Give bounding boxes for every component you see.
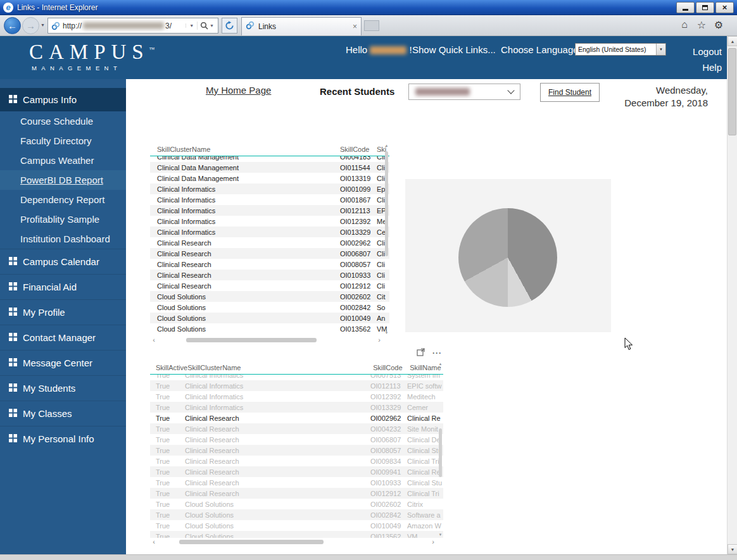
maximize-button[interactable] — [696, 2, 714, 13]
scroll-right-icon[interactable]: › — [429, 538, 437, 546]
sidebar-subitem[interactable]: Dependency Report — [0, 190, 126, 209]
vertical-scrollbar[interactable]: ▲ ▼ — [438, 362, 443, 537]
table-row[interactable]: Clinical Informatics OI012392 Me — [150, 216, 389, 227]
show-quick-links-link[interactable]: Show Quick Links... — [412, 44, 496, 55]
browser-tab-links[interactable]: Links × — [241, 17, 362, 35]
scroll-down-icon[interactable]: ▼ — [438, 533, 443, 537]
table-row[interactable]: True Cloud Solutions OI002602 Citrix — [150, 499, 443, 509]
tools-gear-icon[interactable]: ⚙ — [713, 19, 724, 31]
horizontal-scrollbar[interactable]: ‹ › — [150, 336, 383, 344]
scroll-right-icon[interactable]: › — [375, 336, 383, 344]
table-row[interactable]: True Clinical Research OI009941 Clinical… — [150, 466, 443, 477]
search-control[interactable]: ▼ — [197, 22, 217, 30]
table-header-row[interactable]: SkillActive SkillClusterName SkillCode S… — [150, 361, 443, 375]
table-header-row[interactable]: SkillClusterName SkillCode Ski — [150, 142, 389, 156]
column-header[interactable]: SkillActive — [150, 364, 187, 371]
sidebar-item-campus-info[interactable]: Campus Info — [0, 88, 126, 111]
sidebar-item[interactable]: My Students — [0, 375, 126, 401]
pie-chart[interactable] — [458, 208, 557, 307]
scrollbar-thumb[interactable] — [728, 48, 736, 135]
table-row[interactable]: True Clinical Research OI004232 Site Mon… — [150, 423, 443, 434]
table-row[interactable]: True Clinical Informatics OI012392 Medit… — [150, 391, 443, 402]
column-header[interactable]: SkillCode — [373, 364, 410, 371]
pie-chart-panel[interactable] — [405, 179, 611, 332]
scroll-left-icon[interactable]: ‹ — [150, 538, 158, 546]
favorites-star-icon[interactable]: ☆ — [696, 19, 707, 31]
recent-pages-chevron-icon[interactable]: ▼ — [41, 23, 45, 27]
sidebar-subitem[interactable]: Course Schedule — [0, 111, 126, 131]
scroll-left-icon[interactable]: ‹ — [150, 336, 158, 344]
horizontal-scrollbar[interactable]: ‹ › — [150, 538, 437, 546]
scroll-up-icon[interactable]: ▲ — [438, 362, 443, 366]
table-row[interactable]: Cloud Solutions OI002602 Cit — [150, 291, 389, 302]
sidebar-subitem[interactable]: PowerBI DB Report — [0, 170, 126, 190]
table-row[interactable]: True Clinical Research OI009834 Clinical… — [150, 456, 443, 466]
table-row[interactable]: Clinical Informatics OI001867 Cli — [150, 194, 389, 205]
scroll-down-icon[interactable]: ▼ — [728, 544, 737, 554]
vertical-scrollbar[interactable]: ▲ ▼ — [384, 144, 389, 335]
sidebar-item[interactable]: My Personal Info — [0, 426, 126, 451]
new-tab-button[interactable] — [364, 20, 379, 31]
table-row[interactable]: True Cloud Solutions OI010049 Amazon W — [150, 520, 443, 531]
table-row[interactable]: True Clinical Research OI010933 Clinical… — [150, 477, 443, 488]
table-row[interactable]: True Clinical Research OI002962 Clinical… — [150, 413, 443, 423]
scroll-up-icon[interactable]: ▲ — [384, 144, 389, 147]
table-row[interactable]: True Cloud Solutions OI002842 Software a — [150, 509, 443, 520]
table-row[interactable]: Clinical Data Management OI013319 Cli — [150, 173, 389, 184]
sidebar-item[interactable]: My Classes — [0, 401, 126, 426]
table-row[interactable]: Clinical Research OI012912 Cli — [150, 280, 389, 291]
table-row[interactable]: Clinical Research OI002962 Cli — [150, 237, 389, 248]
table-row[interactable]: Clinical Research OI006807 Cli — [150, 248, 389, 259]
table-row[interactable]: Clinical Data Management OI011544 Cli — [150, 162, 389, 173]
logout-link[interactable]: Logout — [693, 44, 722, 59]
sidebar-subitem[interactable]: Campus Weather — [0, 151, 126, 170]
sidebar-item[interactable]: Financial Aid — [0, 274, 126, 299]
table-row[interactable]: True Clinical Informatics OI007513 Syste… — [150, 375, 443, 380]
table-row[interactable]: Clinical Informatics OI001099 Ep — [150, 184, 389, 194]
table-row[interactable]: Clinical Data Management OI004183 Cli — [150, 156, 389, 162]
address-history-chevron-icon[interactable]: ▼ — [186, 23, 197, 28]
my-home-page-link[interactable]: My Home Page — [206, 85, 271, 96]
minimize-button[interactable] — [676, 2, 695, 13]
table-row[interactable]: Cloud Solutions OI013562 VM — [150, 323, 389, 334]
sidebar-item[interactable]: Campus Calendar — [0, 249, 126, 274]
more-options-icon[interactable]: ··· — [432, 349, 442, 358]
table-row[interactable]: True Clinical Research OI006807 Clinical… — [150, 434, 443, 445]
sidebar-subitem[interactable]: Institution Dashboard — [0, 229, 126, 249]
scrollbar-thumb[interactable] — [439, 428, 442, 477]
table-row[interactable]: True Clinical Informatics OI012113 EPIC … — [150, 380, 443, 391]
sidebar-item[interactable]: Contact Manager — [0, 325, 126, 350]
table-row[interactable]: Clinical Informatics OI012113 EP. — [150, 205, 389, 216]
column-header[interactable]: SkillCode — [340, 146, 377, 153]
language-select[interactable]: English (United States) ▼ — [575, 43, 666, 56]
scroll-up-icon[interactable]: ▲ — [728, 36, 737, 46]
refresh-button[interactable] — [222, 18, 237, 34]
scrollbar-thumb[interactable] — [179, 540, 323, 544]
page-scrollbar[interactable]: ▲ ▼ — [727, 36, 737, 554]
table-row[interactable]: True Clinical Research OI012912 Clinical… — [150, 488, 443, 499]
table-row[interactable]: Clinical Research OI008057 Cli — [150, 259, 389, 270]
window-titlebar[interactable]: e Links - Internet Explorer × — [0, 0, 737, 15]
table-row[interactable]: Clinical Informatics OI013329 Ce — [150, 227, 389, 237]
table-row[interactable]: True Clinical Informatics OI013329 Cemer — [150, 402, 443, 413]
home-icon[interactable]: ⌂ — [679, 19, 690, 31]
column-header[interactable]: SkillClusterName — [187, 364, 373, 371]
tab-close-icon[interactable]: × — [353, 22, 357, 31]
close-button[interactable]: × — [715, 2, 734, 13]
find-student-button[interactable]: Find Student — [540, 83, 600, 102]
table-row[interactable]: True Clinical Research OI008057 Clinical… — [150, 445, 443, 456]
sidebar-item[interactable]: Message Center — [0, 350, 126, 375]
address-bar[interactable]: http:// 3/ ▼ ▼ — [47, 18, 218, 34]
column-header[interactable]: SkillClusterName — [150, 146, 340, 153]
sidebar-subitem[interactable]: Profitablity Sample — [0, 209, 126, 229]
forward-button[interactable]: → — [22, 17, 39, 34]
table-row[interactable]: Cloud Solutions OI002842 So — [150, 302, 389, 313]
sidebar-item[interactable]: My Profile — [0, 299, 126, 325]
table-row[interactable]: Cloud Solutions OI010049 An — [150, 313, 389, 323]
scroll-down-icon[interactable]: ▼ — [384, 331, 389, 335]
scrollbar-thumb[interactable] — [385, 151, 388, 256]
sidebar-subitem[interactable]: Faculty Directory — [0, 131, 126, 151]
help-link[interactable]: Help — [693, 59, 722, 75]
recent-student-select[interactable] — [408, 84, 520, 100]
focus-mode-icon[interactable] — [417, 347, 425, 359]
